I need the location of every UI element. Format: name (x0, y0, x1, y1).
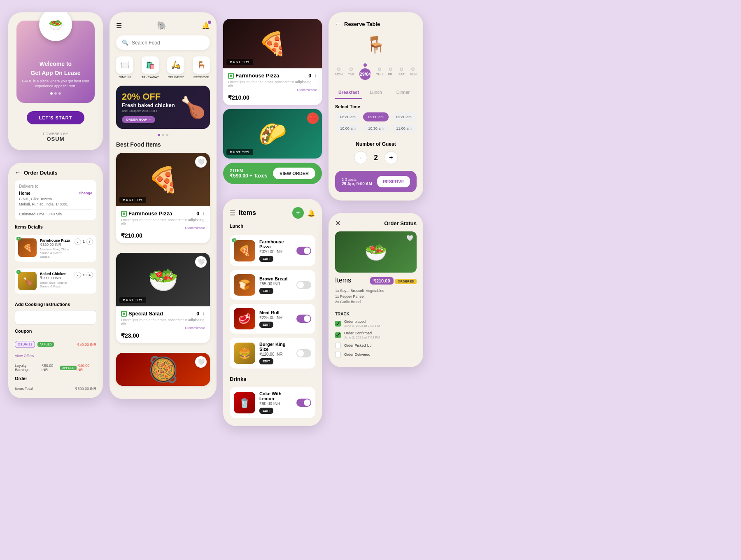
guest-minus-button[interactable]: - (354, 151, 367, 164)
cal-tue[interactable]: TUE (348, 68, 354, 76)
lunch-item-2-toggle[interactable] (296, 281, 311, 289)
status-items-label: Items (335, 277, 351, 284)
fav-button-3[interactable]: 🤍 (195, 356, 207, 368)
item-1-minus[interactable]: - (75, 238, 81, 245)
search-bar[interactable]: 🔍 (116, 35, 210, 50)
time-1100[interactable]: 11:00 am (391, 124, 417, 133)
food-1-price: ₹210.00 (121, 232, 205, 239)
mt1-minus[interactable]: - (304, 72, 306, 79)
lunch-item-4-img: 🍔 (234, 343, 255, 364)
mt1-plus[interactable]: + (314, 72, 317, 79)
back-button[interactable]: ← (15, 169, 21, 176)
footer-guests: 2 Guests (342, 177, 372, 182)
item-2-qty-control[interactable]: - 1 + (75, 272, 93, 278)
food-2-qty-ctrl[interactable]: - 0 + (192, 310, 205, 317)
search-input[interactable] (132, 40, 204, 46)
reserve-header: ← Reserve Table (335, 21, 417, 27)
items-menu-icon[interactable]: ☰ (230, 209, 235, 217)
drink-item-1-toggle[interactable] (296, 399, 311, 407)
cal-active-radio (364, 63, 367, 67)
lunch-item-1-toggle[interactable] (296, 247, 311, 255)
item-1-price: ₹320.00 INR (40, 243, 71, 247)
must-try-section: 🍕 MUST TRY Farmhouse Pizza - 0 + (223, 12, 322, 191)
cal-sun[interactable]: SUN (410, 68, 417, 76)
lunch-item-4-toggle[interactable] (296, 349, 311, 357)
reserve-title: Reserve Table (344, 21, 380, 27)
lunch-item-3-toggle[interactable] (296, 315, 311, 323)
banner-dot-3 (166, 134, 168, 136)
select-time-label: Select Time (335, 104, 417, 109)
track-step-3: Order Picked Up (335, 343, 417, 348)
must-try-card-1: 🍕 MUST TRY Farmhouse Pizza - 0 + (223, 19, 322, 105)
hamburger-icon[interactable]: ☰ (116, 22, 122, 30)
tab-breakfast[interactable]: Breakfast (335, 86, 362, 99)
cal-active[interactable]: 29/04 (359, 63, 371, 80)
status-fav-button[interactable]: 🤍 (406, 235, 413, 241)
food-1-minus[interactable]: - (192, 210, 194, 217)
category-delivery[interactable]: 🛵 DELIVERY (167, 56, 184, 79)
lunch-item-4-price: ₹120.00 INR (259, 352, 292, 357)
item-2-minus[interactable]: - (75, 272, 81, 278)
lunch-item-4-edit[interactable]: EDIT (259, 358, 273, 364)
calendar-row: MON TUE 29/04 THU FRI (335, 62, 417, 82)
search-icon: 🔍 (122, 40, 128, 46)
dine-in-icon: 🍽️ (116, 56, 133, 74)
lunch-item-3: 🥩 Meat Roll ₹225.00 INR EDIT (230, 304, 315, 334)
category-dine-in[interactable]: 🍽️ DINE IN (116, 56, 133, 79)
table-icon: 🪑 (335, 32, 417, 57)
close-button[interactable]: ✕ (335, 219, 340, 227)
tab-lunch[interactable]: Lunch (362, 86, 389, 99)
category-takeaway[interactable]: 🛍️ TAKEAWAY (142, 56, 159, 79)
reserve-button[interactable]: RESERVE (377, 176, 410, 187)
cooking-input[interactable] (15, 310, 96, 324)
item-1-plus[interactable]: + (86, 238, 93, 245)
food-card-3: 🥘 🤍 (116, 353, 210, 386)
cal-sat[interactable]: SAT (398, 68, 405, 76)
food-1-qty-ctrl[interactable]: - 0 + (192, 210, 205, 217)
food-2-name-row: Special Salad - 0 + (121, 310, 205, 317)
item-1-name: Farmhouse Pizza (40, 238, 71, 243)
change-button[interactable]: Change (79, 191, 92, 195)
food-2-plus[interactable]: + (202, 310, 205, 317)
reserve-back-button[interactable]: ← (335, 21, 341, 27)
item-2-price: ₹200.00 INR (40, 276, 71, 280)
time-1030[interactable]: 10:30 am (363, 124, 389, 133)
must-try-card-1-body: Farmhouse Pizza - 0 + Lorem ipsum dolor … (223, 68, 322, 105)
food-2-desc: Lorem ipsum dolor sit amet, consectetur … (121, 318, 205, 326)
time-830[interactable]: 08:30 am (335, 112, 361, 121)
lunch-item-2-edit[interactable]: EDIT (259, 288, 273, 294)
lunch-item-1-edit[interactable]: EDIT (259, 256, 273, 262)
item-2-plus[interactable]: + (86, 272, 93, 278)
items-total-value: ₹500.00 INR (75, 387, 96, 391)
order-item-2: + 🍗 Baked Chicken ₹200.00 INR Small Size… (15, 268, 96, 294)
time-900[interactable]: 09:00 am (363, 112, 389, 121)
item-1-qty-control[interactable]: - 1 + (75, 238, 93, 245)
drink-item-1-edit[interactable]: EDIT (259, 408, 273, 414)
cal-fri[interactable]: FRI (388, 68, 394, 76)
add-item-button[interactable]: + (292, 207, 304, 219)
guest-plus-button[interactable]: + (384, 151, 398, 164)
food-1-plus[interactable]: + (202, 210, 205, 217)
cal-thu[interactable]: THU (376, 68, 383, 76)
category-reserve[interactable]: 🪑 RESERVE (193, 56, 210, 79)
lunch-item-3-info: Meat Roll ₹225.00 INR EDIT (259, 310, 292, 328)
lunch-item-4-name: Burger King Size (259, 342, 292, 352)
time-930[interactable]: 09:30 am (391, 112, 417, 121)
cal-active-num: 29/04 (359, 68, 371, 80)
items-bell-icon[interactable]: 🔔 (307, 209, 315, 217)
food-2-minus[interactable]: - (192, 310, 194, 317)
fav-button-1[interactable]: 🤍 (195, 156, 207, 168)
fav-icon-2[interactable]: ❤️ (307, 112, 319, 124)
time-1000[interactable]: 10:00 am (335, 124, 361, 133)
cal-thu-label: THU (376, 72, 383, 76)
cal-mon[interactable]: MON (335, 68, 343, 76)
fav-button-2[interactable]: 🤍 (195, 256, 207, 268)
cal-thu-radio (378, 68, 381, 71)
must-try-1-qty[interactable]: - 0 + (304, 72, 317, 79)
view-offers-link[interactable]: View Offers (15, 354, 96, 358)
view-order-button[interactable]: VIEW ORDER (273, 168, 315, 179)
order-now-button[interactable]: ORDER NOW → (122, 116, 155, 123)
lets-start-button[interactable]: LET'S START (27, 111, 85, 124)
tab-dinner[interactable]: Dinner (389, 86, 417, 99)
lunch-item-3-edit[interactable]: EDIT (259, 322, 273, 328)
